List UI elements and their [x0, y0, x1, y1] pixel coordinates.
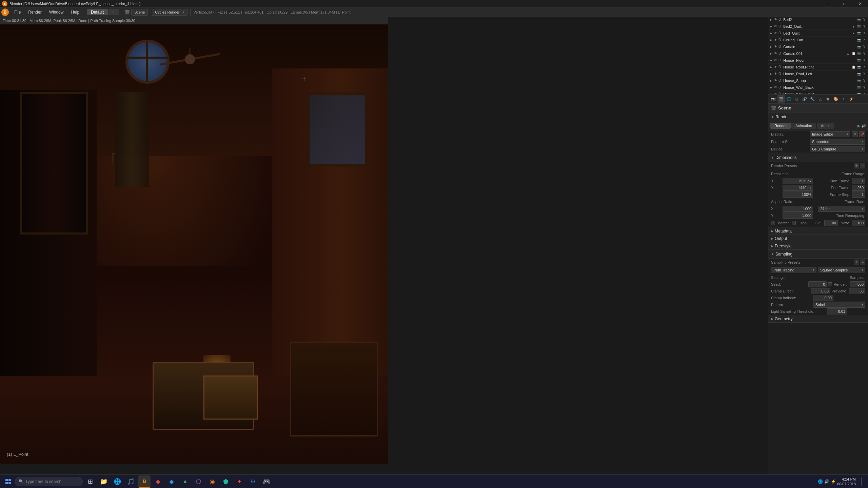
- render-samples-input[interactable]: 500: [850, 281, 865, 287]
- visibility-icon[interactable]: 👁: [774, 45, 778, 48]
- render-tab-animation[interactable]: Animation: [791, 123, 816, 129]
- visibility-icon[interactable]: 👁: [774, 52, 778, 55]
- outliner-row-bed2quilt[interactable]: ▶ 👁 O Bed2_Quilt ▲ 📷 🖱: [768, 23, 868, 30]
- restrict-render-icon[interactable]: 📷: [856, 78, 861, 83]
- metadata-section-header[interactable]: ▶ Metadata: [768, 227, 868, 235]
- restrict-render-icon[interactable]: 📷: [856, 92, 861, 95]
- taskbar-app3[interactable]: ◆: [165, 475, 178, 488]
- end-frame-input[interactable]: 250: [852, 185, 865, 191]
- speaker-icon[interactable]: 🔊: [861, 124, 866, 128]
- taskbar-time[interactable]: 4:24 PM 06/07/2018: [837, 477, 856, 486]
- taskbar-app9[interactable]: ⚙: [247, 475, 259, 488]
- minimize-button[interactable]: ─: [821, 0, 837, 7]
- restrict-select-icon[interactable]: 🖱: [862, 31, 867, 36]
- restrict-render-icon[interactable]: 📷: [856, 44, 861, 49]
- close-button[interactable]: ✕: [852, 0, 868, 7]
- presets-remove-btn[interactable]: −: [860, 163, 865, 168]
- menu-render[interactable]: Render: [25, 8, 45, 16]
- expand-icon[interactable]: ▶: [770, 86, 774, 89]
- constraints-icon[interactable]: 🔗: [801, 95, 808, 103]
- new-value-input[interactable]: 100: [852, 220, 865, 226]
- frame-rate-dropdown[interactable]: 24 fps: [818, 206, 865, 212]
- workspace-tab-default[interactable]: Default: [87, 9, 108, 15]
- visibility-icon[interactable]: 👁: [774, 31, 778, 35]
- visibility-icon[interactable]: 👁: [774, 58, 778, 62]
- expand-icon[interactable]: ▶: [770, 65, 774, 69]
- render-icon-btn[interactable]: ▶: [857, 124, 860, 128]
- particles-icon[interactable]: ✦: [840, 95, 847, 103]
- samp-presets-remove-btn[interactable]: −: [860, 260, 865, 265]
- old-value-input[interactable]: 100: [824, 220, 838, 226]
- expand-icon[interactable]: ▶: [770, 38, 774, 42]
- render-tab-audio[interactable]: Audio: [817, 123, 834, 129]
- outliner-row-houseroofright[interactable]: ▶ 👁 O House_Roof.Right 📋 📷 🖱: [768, 64, 868, 70]
- taskbar-app6[interactable]: ◉: [206, 475, 218, 488]
- restrict-select-icon[interactable]: 🖱: [862, 58, 867, 63]
- restrict-render-icon[interactable]: 📷: [856, 72, 861, 76]
- frame-step-input[interactable]: 1: [852, 191, 865, 198]
- display-dropdown[interactable]: Image Editor: [810, 131, 850, 137]
- outliner-row-curtain[interactable]: ▶ 👁 O Curtain 📷 🖱: [768, 43, 868, 50]
- light-sampling-input[interactable]: 0.01: [827, 308, 847, 314]
- aspect-y-input[interactable]: 1.000: [783, 212, 813, 219]
- restrict-select-icon[interactable]: 🖱: [862, 38, 867, 42]
- restrict-render-icon[interactable]: 📷: [856, 24, 861, 29]
- taskbar-blender[interactable]: B: [138, 475, 151, 488]
- restrict-select-icon[interactable]: 🖱: [862, 24, 867, 29]
- taskbar-app10[interactable]: 🎮: [260, 475, 273, 488]
- presets-add-btn[interactable]: +: [854, 163, 859, 168]
- preview-input[interactable]: 30: [849, 288, 865, 294]
- device-dropdown[interactable]: GPU Compute: [810, 146, 865, 152]
- path-tracing-dropdown[interactable]: Path Tracing: [771, 267, 816, 273]
- freestyle-section-header[interactable]: ▶ Freestyle: [768, 242, 868, 250]
- restrict-render-icon[interactable]: 📷: [856, 51, 861, 56]
- sampling-section-header[interactable]: ▼ Sampling: [768, 250, 868, 259]
- menu-help[interactable]: Help: [67, 8, 83, 16]
- restrict-select-icon[interactable]: 🖱: [862, 44, 867, 49]
- resolution-x-input[interactable]: 1920 px: [783, 178, 813, 184]
- render-section-header[interactable]: ▼ Render: [768, 113, 868, 121]
- restrict-select-icon[interactable]: 🖱: [862, 17, 867, 22]
- texture-icon[interactable]: 🎨: [832, 95, 840, 103]
- outliner-row-houseproofleft[interactable]: ▶ 👁 O House_Roof_Left 📷 🖱: [768, 70, 868, 77]
- show-desktop-btn[interactable]: [857, 475, 865, 488]
- taskbar-spotify[interactable]: 🎵: [125, 475, 137, 488]
- expand-icon[interactable]: ▶: [770, 25, 774, 28]
- outliner-row-ceilingfan[interactable]: ▶ 👁 O Ceiling_Fan 📷 🖱: [768, 37, 868, 43]
- expand-icon[interactable]: ▶: [770, 32, 774, 35]
- output-section-header[interactable]: ▶ Output: [768, 235, 868, 242]
- outliner-row-curtain001[interactable]: ▶ 👁 O Curtain.001 ▲ 📋 📷 🖱: [768, 50, 868, 57]
- clamp-indirect-input[interactable]: 0.00: [813, 295, 833, 301]
- start-button[interactable]: [3, 476, 14, 487]
- restrict-render-icon[interactable]: 📷: [856, 85, 861, 90]
- border-checkbox[interactable]: [771, 221, 775, 225]
- modifiers-icon[interactable]: 🔧: [809, 95, 816, 103]
- resolution-pct-input[interactable]: 100%: [783, 191, 813, 198]
- material-icon[interactable]: ▲: [846, 51, 850, 56]
- restrict-select-icon[interactable]: 🖱: [862, 65, 867, 69]
- menu-window[interactable]: Window: [46, 8, 67, 16]
- outliner-row-housestoop[interactable]: ▶ 👁 O House_Stoop 📷 🖱: [768, 77, 868, 84]
- expand-icon[interactable]: ▶: [770, 45, 774, 48]
- expand-icon[interactable]: ▶: [770, 79, 774, 82]
- taskbar-file-explorer[interactable]: 📁: [98, 475, 110, 488]
- extra-icon[interactable]: 📋: [851, 51, 856, 56]
- scene-props-icon[interactable]: 🎬: [777, 95, 785, 103]
- taskbar-search[interactable]: 🔍 Type here to search: [15, 477, 83, 486]
- taskbar-app8[interactable]: ♦: [233, 475, 245, 488]
- object-props-icon[interactable]: ◎: [793, 95, 801, 103]
- restrict-render-icon[interactable]: 📷: [856, 17, 861, 22]
- maximize-button[interactable]: □: [837, 0, 852, 7]
- display-pin-btn[interactable]: 📌: [859, 131, 865, 137]
- feature-set-dropdown[interactable]: Supported: [810, 139, 865, 145]
- visibility-icon[interactable]: 👁: [774, 79, 778, 82]
- render-tab-render[interactable]: Render: [770, 123, 791, 129]
- visibility-icon[interactable]: 👁: [774, 65, 778, 69]
- scene-name[interactable]: Scene: [131, 9, 148, 16]
- outliner-row-bed2[interactable]: ▶ 👁 O Bed2 📷 🖱: [768, 16, 868, 23]
- outliner-row-housewallback[interactable]: ▶ 👁 O House_Wall_Back 📷 🖱: [768, 84, 868, 91]
- extra-icon[interactable]: 📋: [851, 65, 856, 69]
- world-props-icon[interactable]: 🌐: [785, 95, 793, 103]
- outliner-row-housefloor[interactable]: ▶ 👁 O House_Floor 📷 🖱: [768, 57, 868, 64]
- scene-selector[interactable]: 🎬 Scene: [125, 9, 148, 16]
